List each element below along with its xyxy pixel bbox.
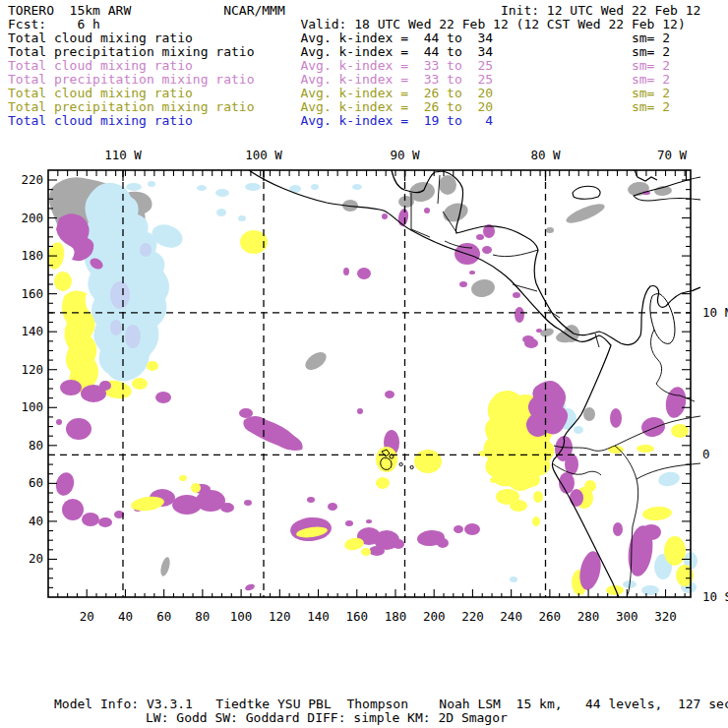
y-axis-label: 140 bbox=[21, 324, 43, 338]
y-axis-label: 20 bbox=[29, 551, 43, 566]
x-axis-label: 120 bbox=[269, 609, 291, 624]
x-axis-label: 280 bbox=[577, 609, 600, 624]
latitude-label: 10 N bbox=[702, 305, 728, 320]
weather-model-page: { "palette": { "black": "#000000", "mage… bbox=[0, 0, 728, 728]
y-axis-label: 220 bbox=[21, 172, 43, 187]
longitude-label: 110 W bbox=[104, 148, 142, 162]
x-axis-label: 300 bbox=[616, 609, 638, 624]
x-axis-label: 160 bbox=[345, 609, 368, 624]
x-axis-label: 40 bbox=[118, 609, 133, 624]
y-axis-label: 60 bbox=[29, 475, 43, 490]
longitude-label: 90 W bbox=[390, 148, 420, 162]
x-axis-label: 180 bbox=[385, 609, 407, 624]
y-axis-label: 200 bbox=[21, 211, 43, 225]
x-axis-label: 320 bbox=[654, 609, 677, 624]
x-axis-label: 240 bbox=[500, 609, 522, 624]
x-axis-label: 220 bbox=[461, 609, 484, 624]
x-axis-label: 20 bbox=[80, 609, 94, 624]
x-axis-label: 60 bbox=[156, 609, 171, 624]
weather-map: 2040608010012014016018020022024026028030… bbox=[0, 0, 728, 728]
y-axis-label: 100 bbox=[21, 399, 43, 414]
model-info-line-2: LW: Godd SW: Goddard DIFF: simple KM: 2D… bbox=[146, 711, 508, 725]
longitude-label: 70 W bbox=[657, 148, 688, 162]
y-axis-label: 40 bbox=[29, 514, 43, 528]
latitude-label: 10 S bbox=[702, 589, 728, 604]
y-axis-label: 160 bbox=[21, 286, 43, 301]
x-axis-label: 200 bbox=[423, 609, 446, 624]
mixing-ratio-blobs bbox=[46, 175, 698, 595]
model-info-line-1: Model Info: V3.3.1 Tiedtke YSU PBL Thomp… bbox=[54, 698, 728, 711]
y-axis-label: 120 bbox=[21, 362, 43, 377]
y-axis-label: 80 bbox=[29, 438, 43, 453]
x-axis-label: 140 bbox=[307, 609, 330, 624]
x-axis-label: 260 bbox=[539, 609, 562, 624]
x-axis-label: 80 bbox=[195, 609, 210, 624]
y-axis-label: 180 bbox=[21, 248, 43, 263]
longitude-label: 80 W bbox=[530, 148, 561, 162]
longitude-label: 100 W bbox=[245, 148, 282, 162]
x-axis-label: 100 bbox=[230, 609, 253, 624]
latitude-label: 0 bbox=[702, 447, 710, 461]
